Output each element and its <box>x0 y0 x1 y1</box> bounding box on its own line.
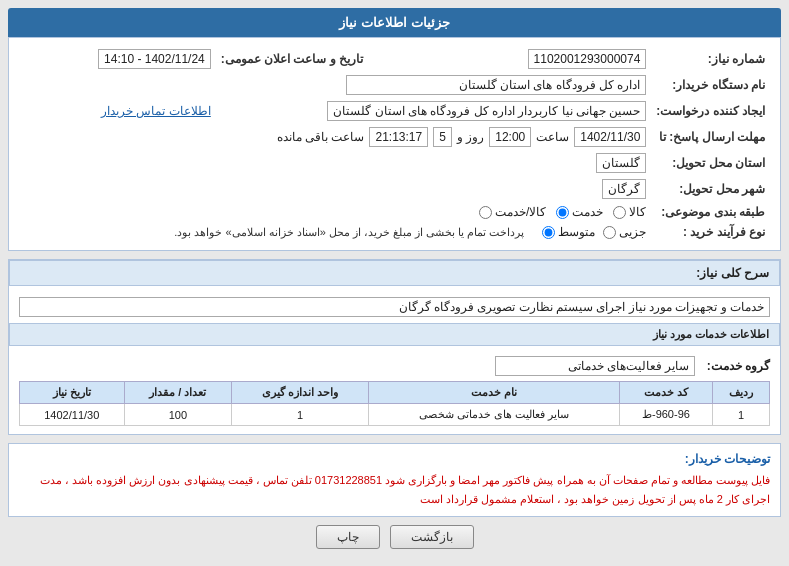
sarj-koli-label: سرح کلی نیاز: <box>696 266 769 280</box>
sarj-koli-value: خدمات و تجهیزات مورد نیاز اجرای سیستم نظ… <box>19 297 770 317</box>
radio-motavaset-input[interactable] <box>542 226 555 239</box>
sarj-koli-section: سرح کلی نیاز: خدمات و تجهیزات مورد نیاز … <box>8 259 781 435</box>
radio-khadamat-input[interactable] <box>556 206 569 219</box>
tozihaat-section: توضیحات خریدار: فایل پیوست مطالعه و تمام… <box>8 443 781 517</box>
mohlat-ersal-label: مهلت ارسال پاسخ: تا <box>651 124 770 150</box>
tozihaat-label: توضیحات خریدار: <box>685 452 770 466</box>
radio-kala-input[interactable] <box>613 206 626 219</box>
now-farayand-label: نوع فرآیند خرید : <box>651 222 770 242</box>
grooh-khadamat-row: گروه خدمت: سایر فعالیت‌های خدماتی <box>9 351 780 381</box>
th-tedad: تعداد / مقدار <box>124 382 232 404</box>
saat-label: ساعت <box>536 130 569 144</box>
td-vahed: 1 <box>232 404 369 426</box>
tabaghe-label: طبقه بندی موضوعی: <box>651 202 770 222</box>
print-button[interactable]: چاپ <box>316 525 380 549</box>
button-row: بازگشت چاپ <box>8 525 781 549</box>
radio-kala-label: کالا <box>629 205 646 219</box>
ostan-box: گلستان <box>596 153 646 173</box>
radio-kala-khadamat[interactable]: کالا/خدمت <box>479 205 546 219</box>
shahr-box: گرگان <box>602 179 646 199</box>
mohlat-time-box: 12:00 <box>489 127 531 147</box>
td-naam_khadamat: سایر فعالیت های خدماتی شخصی <box>369 404 620 426</box>
radio-motavaset[interactable]: متوسط <box>542 225 595 239</box>
radio-jozii[interactable]: جزیی <box>603 225 646 239</box>
now-farayand-row: جزیی متوسط پرداخت تمام یا بخشی از مبلغ خ… <box>19 222 651 242</box>
naam-dastgah-label: نام دستگاه خریدار: <box>651 72 770 98</box>
tozihaat-header: توضیحات خریدار: <box>19 452 770 466</box>
th-naam: نام خدمت <box>369 382 620 404</box>
th-kod: کد خدمت <box>619 382 713 404</box>
radio-khadamat[interactable]: خدمت <box>556 205 603 219</box>
mohlat-ersal-row: 1402/11/30 ساعت 12:00 روز و 5 21:13:17 س… <box>19 124 651 150</box>
grooh-khadamat-value: سایر فعالیت‌های خدماتی <box>495 356 695 376</box>
sarj-koli-content: خدمات و تجهیزات مورد نیاز اجرای سیستم نظ… <box>9 291 780 323</box>
radio-kala-khadamat-label: کالا/خدمت <box>495 205 546 219</box>
radio-motavaset-label: متوسط <box>558 225 595 239</box>
shmare-niaz-value: 1102001293000074 <box>368 46 651 72</box>
mohlat-date-box: 1402/11/30 <box>574 127 646 147</box>
ijad-konandeh-value: حسین جهانی نیا کاربردار اداره کل فرودگاه… <box>216 98 652 124</box>
data-table-wrapper: ردیف کد خدمت نام خدمت واحد اندازه گیری ت… <box>9 381 780 434</box>
page-title: جزئیات اطلاعات نیاز <box>339 15 449 30</box>
ostan-value: گلستان <box>19 150 651 176</box>
tarikh-value: 1402/11/24 - 14:10 <box>19 46 216 72</box>
tarikh-label: تاریخ و ساعت اعلان عمومی: <box>216 46 368 72</box>
grooh-khadamat-label: گروه خدمت: <box>707 359 770 373</box>
shahr-value: گرگان <box>19 176 651 202</box>
main-container: جزئیات اطلاعات نیاز شماره نیاز: 11020012… <box>0 0 789 566</box>
back-button[interactable]: بازگشت <box>390 525 474 549</box>
radio-jozii-input[interactable] <box>603 226 616 239</box>
tabaghe-row: کالا خدمت کالا/خدمت <box>19 202 651 222</box>
info-table: شماره نیاز: 1102001293000074 تاریخ و ساع… <box>19 46 770 242</box>
tarikh-box: 1402/11/24 - 14:10 <box>98 49 211 69</box>
td-tarikh: 1402/11/30 <box>20 404 125 426</box>
ijad-konandeh-label: ایجاد کننده درخواست: <box>651 98 770 124</box>
rooz-label: روز و <box>457 130 484 144</box>
services-table: ردیف کد خدمت نام خدمت واحد اندازه گیری ت… <box>19 381 770 426</box>
now-farayand-note: پرداخت تمام یا بخشی از مبلغ خرید، از محل… <box>174 226 524 239</box>
td-tedad: 100 <box>124 404 232 426</box>
td-radif: 1 <box>713 404 770 426</box>
etelaat-khadamat-label: اطلاعات خدمات مورد نیاز <box>653 328 769 340</box>
page-header: جزئیات اطلاعات نیاز <box>8 8 781 37</box>
th-radif: ردیف <box>713 382 770 404</box>
td-kod_khadamat: 960-96-ط <box>619 404 713 426</box>
radio-khadamat-label: خدمت <box>572 205 603 219</box>
etelaat-tamas-link[interactable]: اطلاعات تماس خریدار <box>101 104 211 118</box>
mohlat-rooz-box: 5 <box>433 127 452 147</box>
ostan-label: استان محل تحویل: <box>651 150 770 176</box>
mohlat-saat-mande-box: 21:13:17 <box>369 127 428 147</box>
shmare-niaz-label: شماره نیاز: <box>651 46 770 72</box>
th-tarikh: تاریخ نیاز <box>20 382 125 404</box>
naam-dastgah-value: اداره کل فرودگاه های استان گلستان <box>19 72 651 98</box>
tozihaat-text: فایل پیوست مطالعه و تمام صفحات آن به همر… <box>19 471 770 508</box>
sarj-koli-header: سرح کلی نیاز: <box>9 260 780 286</box>
th-vahed: واحد اندازه گیری <box>232 382 369 404</box>
saat-mande-label: ساعت باقی مانده <box>277 130 365 144</box>
etelaat-khadamat-header: اطلاعات خدمات مورد نیاز <box>9 323 780 346</box>
info-section: شماره نیاز: 1102001293000074 تاریخ و ساع… <box>8 37 781 251</box>
ijad-konandeh-box: حسین جهانی نیا کاربردار اداره کل فرودگاه… <box>327 101 646 121</box>
shahr-label: شهر محل تحویل: <box>651 176 770 202</box>
table-row: 1960-96-طسایر فعالیت های خدماتی شخصی1100… <box>20 404 770 426</box>
shmare-niaz-box: 1102001293000074 <box>528 49 647 69</box>
naam-dastgah-box: اداره کل فرودگاه های استان گلستان <box>346 75 646 95</box>
radio-kala-khadamat-input[interactable] <box>479 206 492 219</box>
radio-jozii-label: جزیی <box>619 225 646 239</box>
radio-kala[interactable]: کالا <box>613 205 646 219</box>
